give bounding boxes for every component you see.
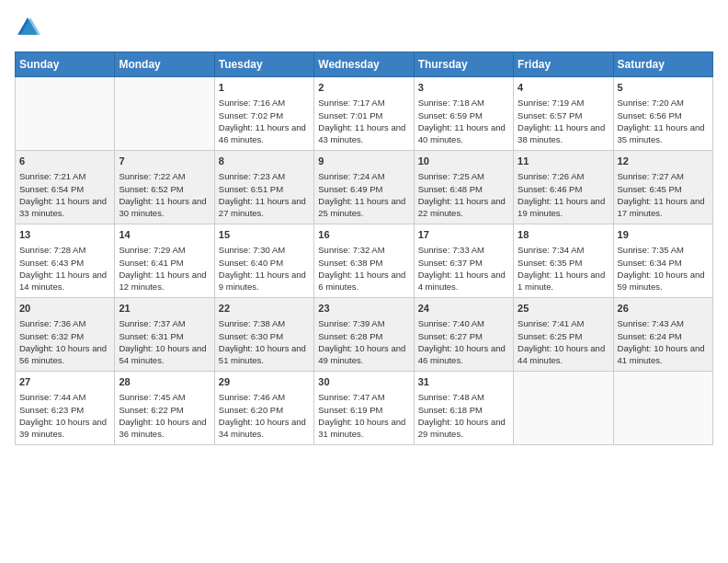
calendar-row: 13Sunrise: 7:28 AMSunset: 6:43 PMDayligh… [16,224,713,298]
daylight-text: Daylight: 11 hours and 14 minutes. [19,270,107,292]
calendar-cell: 18Sunrise: 7:34 AMSunset: 6:35 PMDayligh… [514,224,613,298]
sunrise-text: Sunrise: 7:37 AM [119,318,185,328]
sunset-text: Sunset: 6:56 PM [618,110,682,121]
weekday-header: Sunday [16,52,115,77]
daylight-text: Daylight: 10 hours and 39 minutes. [19,417,107,439]
calendar-cell [16,77,115,151]
sunrise-text: Sunrise: 7:27 AM [618,171,684,181]
sunset-text: Sunset: 6:40 PM [219,258,283,268]
calendar-row: 27Sunrise: 7:44 AMSunset: 6:23 PMDayligh… [16,372,713,445]
calendar-cell: 22Sunrise: 7:38 AMSunset: 6:30 PMDayligh… [214,298,313,372]
sunset-text: Sunset: 6:46 PM [518,184,582,194]
day-number: 4 [518,81,609,95]
weekday-header: Tuesday [214,52,313,77]
sunrise-text: Sunrise: 7:40 AM [418,318,484,328]
daylight-text: Daylight: 10 hours and 59 minutes. [618,270,705,292]
calendar-cell: 25Sunrise: 7:41 AMSunset: 6:25 PMDayligh… [514,298,613,372]
sunrise-text: Sunrise: 7:44 AM [19,392,85,402]
sunrise-text: Sunrise: 7:38 AM [219,318,285,328]
sunset-text: Sunset: 6:45 PM [618,184,682,194]
sunrise-text: Sunrise: 7:36 AM [19,318,85,328]
sunset-text: Sunset: 6:52 PM [119,184,183,194]
sunset-text: Sunset: 6:35 PM [518,258,582,268]
calendar-cell: 12Sunrise: 7:27 AMSunset: 6:45 PMDayligh… [613,151,712,224]
calendar-cell: 24Sunrise: 7:40 AMSunset: 6:27 PMDayligh… [414,298,513,372]
day-number: 27 [19,375,110,389]
sunset-text: Sunset: 7:01 PM [318,110,382,121]
calendar-cell: 2Sunrise: 7:17 AMSunset: 7:01 PMDaylight… [314,77,414,151]
sunset-text: Sunset: 6:38 PM [318,258,382,268]
day-number: 5 [618,81,709,95]
calendar-cell: 11Sunrise: 7:26 AMSunset: 6:46 PMDayligh… [514,151,613,224]
day-number: 30 [318,375,409,389]
sunrise-text: Sunrise: 7:24 AM [318,171,384,181]
daylight-text: Daylight: 11 hours and 27 minutes. [219,196,306,218]
daylight-text: Daylight: 11 hours and 25 minutes. [318,196,405,218]
sunset-text: Sunset: 6:43 PM [19,258,84,268]
sunrise-text: Sunrise: 7:29 AM [119,245,185,255]
weekday-header: Monday [115,52,214,77]
calendar-cell: 4Sunrise: 7:19 AMSunset: 6:57 PMDaylight… [514,77,613,151]
sunrise-text: Sunrise: 7:17 AM [318,98,384,108]
sunset-text: Sunset: 6:31 PM [119,331,183,341]
daylight-text: Daylight: 10 hours and 56 minutes. [19,343,107,365]
calendar-cell: 29Sunrise: 7:46 AMSunset: 6:20 PMDayligh… [214,372,313,445]
daylight-text: Daylight: 11 hours and 6 minutes. [318,270,405,292]
sunset-text: Sunset: 6:57 PM [518,110,582,121]
calendar-cell: 21Sunrise: 7:37 AMSunset: 6:31 PMDayligh… [115,298,214,372]
day-number: 26 [618,302,709,316]
daylight-text: Daylight: 10 hours and 31 minutes. [318,417,405,439]
sunrise-text: Sunrise: 7:45 AM [119,392,185,402]
calendar-cell: 28Sunrise: 7:45 AMSunset: 6:22 PMDayligh… [115,372,214,445]
day-number: 16 [318,228,409,242]
day-number: 6 [19,155,110,168]
page-header [15,15,713,40]
sunrise-text: Sunrise: 7:18 AM [418,98,484,108]
daylight-text: Daylight: 10 hours and 54 minutes. [119,343,206,365]
daylight-text: Daylight: 10 hours and 46 minutes. [418,343,506,365]
sunset-text: Sunset: 6:19 PM [318,405,382,415]
sunset-text: Sunset: 6:18 PM [418,405,483,415]
daylight-text: Daylight: 10 hours and 34 minutes. [219,417,306,439]
calendar-cell: 27Sunrise: 7:44 AMSunset: 6:23 PMDayligh… [16,372,115,445]
day-number: 2 [318,81,409,95]
daylight-text: Daylight: 11 hours and 46 minutes. [219,122,306,144]
day-number: 7 [119,155,210,168]
sunset-text: Sunset: 6:25 PM [518,331,582,341]
calendar-header: SundayMondayTuesdayWednesdayThursdayFrid… [16,52,713,77]
calendar-cell: 3Sunrise: 7:18 AMSunset: 6:59 PMDaylight… [414,77,513,151]
daylight-text: Daylight: 11 hours and 22 minutes. [418,196,506,218]
calendar-cell: 16Sunrise: 7:32 AMSunset: 6:38 PMDayligh… [314,224,414,298]
daylight-text: Daylight: 10 hours and 51 minutes. [219,343,306,365]
calendar-cell: 5Sunrise: 7:20 AMSunset: 6:56 PMDaylight… [613,77,712,151]
daylight-text: Daylight: 10 hours and 49 minutes. [318,343,405,365]
sunset-text: Sunset: 6:23 PM [19,405,84,415]
day-number: 14 [119,228,210,242]
sunrise-text: Sunrise: 7:16 AM [219,98,285,108]
day-number: 31 [418,375,509,389]
sunset-text: Sunset: 6:27 PM [418,331,483,341]
daylight-text: Daylight: 10 hours and 29 minutes. [418,417,506,439]
sunset-text: Sunset: 6:48 PM [418,184,483,194]
sunrise-text: Sunrise: 7:39 AM [318,318,384,328]
calendar-cell [115,77,214,151]
weekday-header: Thursday [414,52,513,77]
calendar-cell [514,372,613,445]
calendar-cell: 26Sunrise: 7:43 AMSunset: 6:24 PMDayligh… [613,298,712,372]
calendar-cell [613,372,712,445]
sunset-text: Sunset: 6:24 PM [618,331,682,341]
sunrise-text: Sunrise: 7:41 AM [518,318,584,328]
day-number: 9 [318,155,409,168]
daylight-text: Daylight: 11 hours and 38 minutes. [518,122,605,144]
sunrise-text: Sunrise: 7:46 AM [219,392,285,402]
day-number: 19 [618,228,709,242]
day-number: 13 [19,228,110,242]
daylight-text: Daylight: 11 hours and 1 minute. [518,270,605,292]
daylight-text: Daylight: 11 hours and 40 minutes. [418,122,506,144]
sunset-text: Sunset: 6:54 PM [19,184,84,194]
weekday-header: Saturday [613,52,712,77]
logo-icon [15,15,40,40]
calendar-cell: 20Sunrise: 7:36 AMSunset: 6:32 PMDayligh… [16,298,115,372]
calendar-cell: 23Sunrise: 7:39 AMSunset: 6:28 PMDayligh… [314,298,414,372]
sunset-text: Sunset: 6:20 PM [219,405,283,415]
